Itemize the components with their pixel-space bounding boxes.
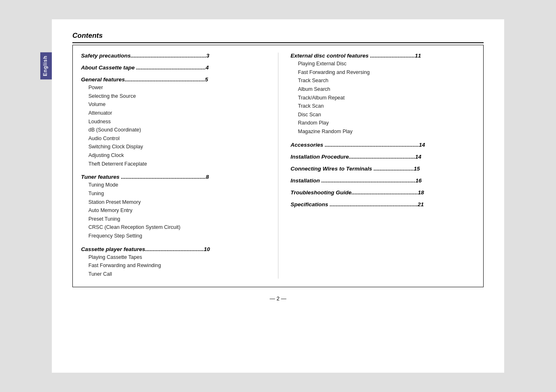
sub-item: Power <box>81 83 266 92</box>
sub-item: Random Play <box>291 119 475 127</box>
sub-item: Tuner Call <box>81 270 266 279</box>
left-column: Safety precautions......................… <box>81 53 278 279</box>
sub-item: Volume <box>81 100 266 109</box>
sub-item: Fast Forwarding and Rewinding <box>81 261 266 270</box>
sub-item: Disc Scan <box>291 111 475 119</box>
section-heading: Installation ...........................… <box>291 178 475 184</box>
sub-item: Tuning Mode <box>81 181 266 189</box>
sub-item: Track Search <box>291 76 475 85</box>
section-heading: Tuner features .........................… <box>81 174 266 180</box>
section-heading: Connecting Wires to Terminals ..........… <box>291 166 475 172</box>
sub-item: Album Search <box>291 85 475 94</box>
sub-item: Switching Clock Display <box>81 143 266 151</box>
section-heading: Safety precautions......................… <box>81 53 266 59</box>
section-heading: Cassette player features................… <box>81 246 266 252</box>
sub-item: Theft Deterrent Faceplate <box>81 160 266 168</box>
sub-item: Playing Cassette Tapes <box>81 253 266 262</box>
section-heading: Installation Procedure..................… <box>291 154 475 160</box>
page-title: Contents <box>72 32 484 40</box>
page-footer: — 2 — <box>72 295 484 302</box>
sub-item: Audio Control <box>81 134 266 143</box>
sub-item: Selecting the Source <box>81 92 266 101</box>
sub-item: Adjusting Clock <box>81 151 266 160</box>
section-heading: Troubleshooting Guide...................… <box>291 189 475 196</box>
sub-item: Loudness <box>81 118 266 126</box>
sub-item: Frequency Step Setting <box>81 232 266 240</box>
section-heading: Specifications .........................… <box>291 201 475 208</box>
sub-item: Auto Memory Entry <box>81 206 266 215</box>
sub-item: Station Preset Memory <box>81 198 266 207</box>
sub-item: Magazine Random Play <box>291 127 475 136</box>
sub-item: Tuning <box>81 189 266 198</box>
section-heading: Accessories ............................… <box>291 142 475 148</box>
right-column: External disc control features .........… <box>278 53 475 279</box>
sub-item: Track Scan <box>291 102 475 111</box>
sub-item: Fast Forwarding and Reversing <box>291 68 475 77</box>
title-divider <box>72 42 484 43</box>
section-heading: General features........................… <box>81 76 266 83</box>
sub-item: Preset Tuning <box>81 215 266 224</box>
sub-item: Playing External Disc <box>291 60 475 68</box>
section-heading: External disc control features .........… <box>291 53 475 59</box>
english-tab: English <box>40 52 52 79</box>
sub-item: Track/Album Repeat <box>291 94 475 102</box>
sub-item: CRSC (Clean Reception System Circuit) <box>81 223 266 232</box>
section-heading: About Cassette tape ....................… <box>81 65 266 71</box>
content-box: Safety precautions......................… <box>72 45 484 287</box>
sub-item: Attenuator <box>81 109 266 118</box>
sub-item: dB (Sound Coordinate) <box>81 126 266 134</box>
page: English Contents Safety precautions.....… <box>52 19 504 373</box>
